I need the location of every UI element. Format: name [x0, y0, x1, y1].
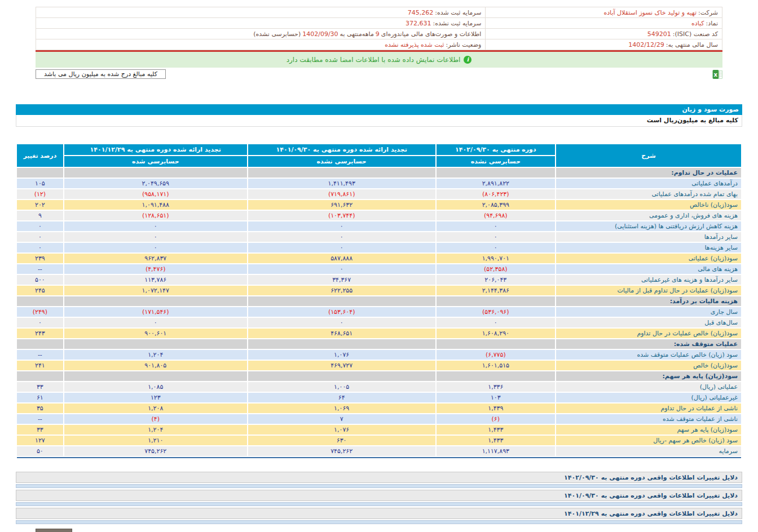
table-row: عملیاتی (ریال)۱,۳۳۶۱,۰۰۵۱,۰۸۵۳۳	[17, 382, 741, 392]
cell-prior-period: ۴۶۸,۶۵۱	[248, 329, 435, 338]
unit-note-button[interactable]: کلیه مبالغ درج شده به میلیون ریال می باش…	[36, 69, 166, 79]
cell-prior-year: ۰	[64, 318, 247, 327]
table-row: سایر درآمدها و هزینه های غیرعملیاتی۲۰۶,۰…	[17, 275, 741, 285]
reasons-section: دلایل تغییرات اطلاعات واقعی دوره منتهی ب…	[16, 472, 742, 524]
reason-header-bar: دلایل تغییرات اطلاعات واقعی دوره منتهی ب…	[16, 472, 742, 483]
cell-prior-period: ۳۴,۳۶۷	[248, 275, 435, 285]
col-header-description: شرح	[556, 144, 741, 167]
symbol-cell: نماد:کباده	[486, 18, 722, 29]
status-label: وضعیت ناشر:	[446, 41, 481, 48]
cell-current: ۲,۰۸۵,۳۹۹	[437, 200, 556, 210]
isic-value: 549201	[646, 30, 673, 38]
cell-prior-year: ۰	[64, 232, 247, 242]
fiscal-year-label: سال مالی منتهی به:	[666, 41, 718, 48]
cell-prior-period: ۰	[248, 221, 435, 231]
cell-change-percent: ۲۴۵	[17, 286, 63, 295]
col-header-current-period: دوره منتهی به ۱۴۰۲/۰۹/۳۰	[437, 144, 556, 155]
cell-prior-year: ۱,۲۱۰	[64, 436, 247, 445]
cell-current: ۲,۸۹۱,۸۲۲	[437, 179, 556, 188]
cell-current: (۶,۷۷۵)	[437, 350, 556, 360]
section-label: سود(زیان) پایه هر سهم:	[556, 371, 741, 381]
section-empty-cell	[64, 371, 247, 381]
cell-prior-year: ۱,۲۰۸	[64, 404, 247, 413]
cell-current: ۲,۱۴۴,۳۸۶	[437, 286, 556, 295]
table-row: سود(زیان) عملیات در حال تداوم قبل از مال…	[17, 286, 741, 295]
table-row: سود (زیان) خالص هر سهم -ریال۱,۴۳۳۶۳۰۱,۲۱…	[17, 436, 741, 445]
cell-prior-period: ۱,۰۶۹	[248, 404, 435, 413]
table-row: سال جاری(۵۳۶,۰۹۶)(۱۵۳,۶۰۴)(۱۷۱,۵۴۶)(۲۴۹)	[17, 307, 741, 317]
section-empty-cell	[17, 168, 63, 178]
cell-prior-year: ۱,۰۷۲,۱۴۷	[64, 286, 247, 295]
excel-export-icon[interactable]: x	[712, 69, 722, 79]
cell-prior-year: ۹۰۰,۶۰۱	[64, 329, 247, 338]
table-row: هزینه های فروش، اداری و عمومی(۹۴,۶۹۸)(۱۰…	[17, 211, 741, 220]
section-empty-cell	[248, 168, 435, 178]
cell-current: (۸۰۶,۴۲۳)	[437, 189, 556, 199]
cell-prior-period: (۱۰۳,۷۴۴)	[248, 211, 435, 220]
row-label: سایر درآمدها	[556, 232, 741, 242]
statement-unit-note: کلیه مبالغ به میلیون‌ریال است	[16, 115, 742, 127]
cell-change-percent: ۱۲۷	[17, 436, 63, 445]
info-row: شرکت:تهیه و تولید خاک نسوز استقلال آباده…	[36, 7, 722, 18]
table-row: سود(زیان) خالص عملیات در حال تداوم۱,۶۰۸,…	[17, 329, 741, 338]
company-label: شرکت:	[698, 9, 718, 16]
cell-prior-period: ۰	[248, 232, 435, 242]
row-label: سود (زیان) خالص هر سهم -ریال	[556, 436, 741, 445]
section-empty-cell	[248, 296, 435, 306]
registered-capital-label: سرمایه ثبت شده:	[435, 9, 481, 16]
section-empty-cell	[437, 339, 556, 349]
cell-change-percent: ۰	[17, 232, 63, 242]
row-label: سایر هزینه‌ها	[556, 243, 741, 252]
row-label: هزینه های فروش، اداری و عمومی	[556, 211, 741, 220]
cell-prior-year: ۱,۰۹۱,۴۸۸	[64, 200, 247, 210]
company-info-header: شرکت:تهیه و تولید خاک نسوز استقلال آباده…	[36, 7, 722, 79]
cell-prior-period: ۶۹۱,۶۳۲	[248, 200, 435, 210]
cell-prior-period: ۵۸۷,۸۸۸	[248, 254, 435, 263]
info-row: سال مالی منتهی به:1402/12/29 وضعیت ناشر:…	[36, 39, 722, 50]
cell-prior-period: ۰	[248, 264, 435, 274]
reason-empty-row	[16, 484, 742, 488]
section-empty-cell	[64, 339, 247, 349]
cell-change-percent: ۲۳۹	[17, 254, 63, 263]
table-row: سال‌های قبل۰۰۰۰	[17, 318, 741, 327]
cell-prior-year: ۲,۰۴۹,۶۵۹	[64, 179, 247, 188]
cell-current: (۵۲,۳۵۸)	[437, 264, 556, 274]
cell-prior-period: ۱,۴۱۱,۴۹۳	[248, 179, 435, 188]
section-empty-cell	[64, 296, 247, 306]
cell-current: ۱,۶۰۸,۲۹۰	[437, 329, 556, 338]
section-empty-cell	[437, 296, 556, 306]
cell-current: (۹۴,۶۹۸)	[437, 211, 556, 220]
table-row: بهای تمام شده درآمدهای عملیاتی(۸۰۶,۴۲۳)(…	[17, 189, 741, 199]
cell-change-percent: ۹	[17, 211, 63, 220]
cell-prior-year: ۹۶۲,۸۳۷	[64, 254, 247, 263]
profit-loss-table: شرح دوره منتهی به ۱۴۰۲/۰۹/۳۰ تجدید ارائه…	[16, 143, 742, 457]
table-row: سود(زیان) خالص۱,۶۰۱,۵۱۵۴۶۹,۷۲۷۹۰۱,۸۰۵۲۴۱	[17, 361, 741, 370]
cell-current: ۱,۴۳۹	[437, 404, 556, 413]
row-label: سود(زیان) ناخالص	[556, 200, 741, 210]
unregistered-capital-cell: سرمایه ثبت نشده:372,631	[36, 18, 486, 29]
table-row: سود(زیان) عملیاتی۱,۹۹۰,۷۰۱۵۸۷,۸۸۸۹۶۲,۸۳۷…	[17, 254, 741, 263]
cell-prior-period: ۷	[248, 414, 435, 424]
col-header-restated-prior-year: تجدید ارائه شده دوره منتهی به ۱۴۰۱/۱۲/۲۹	[64, 144, 247, 155]
report-audit-text: (حسابرسی نشده)	[253, 30, 301, 38]
cell-prior-period: ۰	[248, 318, 435, 327]
cell-prior-period: ۱,۰۷۶	[248, 425, 435, 435]
toolbar: x کلیه مبالغ درج شده به میلیون ریال می ب…	[36, 69, 722, 79]
row-label: سرمایه	[556, 446, 741, 456]
statement-title-bar: صورت سود و زیان	[16, 104, 742, 115]
section-row: هزینه مالیات بر درآمد:	[17, 296, 741, 306]
cell-change-percent: ۶۱	[17, 393, 63, 402]
cell-current: ۰	[437, 243, 556, 252]
cell-prior-year: ۱۲۳	[64, 393, 247, 402]
row-label: سود (زیان) خالص عملیات متوقف شده	[556, 350, 741, 360]
footer-button[interactable]	[36, 529, 72, 532]
cell-prior-period: ۴۶۹,۷۲۷	[248, 361, 435, 370]
row-label: سود(زیان) عملیاتی	[556, 254, 741, 263]
reason-header-bar: دلایل تغییرات اطلاعات واقعی دوره منتهی ب…	[16, 490, 742, 501]
status-cell: وضعیت ناشر:ثبت شده پذیرفته نشده	[36, 39, 486, 50]
cell-prior-period: ۶۴	[248, 393, 435, 402]
cell-change-percent: ۰	[17, 318, 63, 327]
table-row: سود(زیان) پایه هر سهم۱,۴۳۳۱,۰۷۶۱,۲۰۴۳۳	[17, 425, 741, 435]
row-label: سود(زیان) خالص عملیات در حال تداوم	[556, 329, 741, 338]
cell-change-percent: ۱۰۵	[17, 179, 63, 188]
